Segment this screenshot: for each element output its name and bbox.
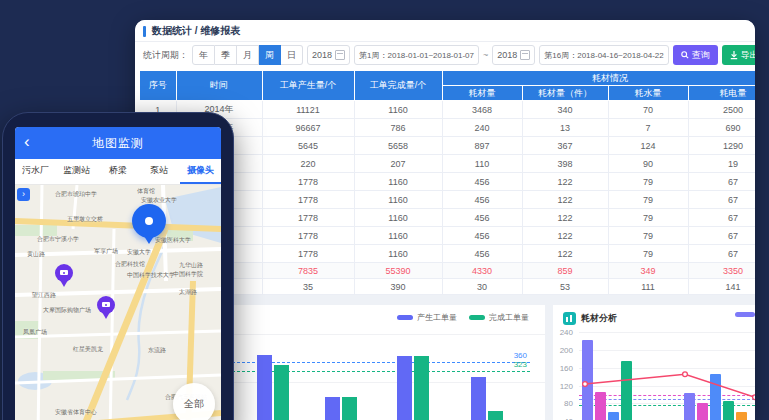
map-label: 九华山路 (179, 262, 203, 269)
end-year-picker[interactable]: 2018 (492, 45, 535, 65)
bar-完成工单量 (274, 365, 289, 420)
gridline (579, 368, 755, 369)
legend-item[interactable] (735, 312, 755, 317)
marker-part (102, 312, 110, 319)
analysis-chart-title: 耗材分析 (581, 312, 617, 325)
period-option-月[interactable]: 月 (237, 45, 259, 65)
screenshot-stage: 数据统计 / 维修报表 统计周期： 年季月周日 2018 第1周：2018-01… (0, 0, 769, 420)
table-cell: 70 (608, 101, 688, 119)
marker-part (105, 304, 107, 306)
reference-line-label: 360 (514, 352, 527, 360)
camera-marker[interactable] (55, 264, 73, 290)
map-view[interactable]: 合肥市琥珀中学体育馆安徽农业大学五里墩立交桥安徽医科大学合肥市宁溪小学军享广场安… (15, 185, 221, 420)
bar (723, 401, 734, 420)
bar-产生工单量 (471, 377, 486, 420)
bar (621, 361, 632, 420)
phone-tab-污水厂[interactable]: 污水厂 (15, 159, 56, 184)
map-label: 凤凰广场 (23, 329, 47, 336)
map-label: 中国科学院 (173, 271, 203, 278)
table-cell: 1778 (262, 191, 354, 209)
map-label: 安徽大学 (127, 249, 151, 256)
table-cell: 456 (442, 209, 522, 227)
table-cell: 5645 (262, 137, 354, 155)
table-cell: 1160 (354, 191, 442, 209)
map-label: 东流路 (148, 347, 166, 354)
table-cell: 96667 (262, 119, 354, 137)
table-cell: 79 (608, 227, 688, 245)
table-cell: 7835 (262, 263, 354, 279)
map-label: 军享广场 (94, 248, 118, 255)
table-cell: 456 (442, 227, 522, 245)
analysis-chart-legend (735, 312, 755, 317)
phone-mockup: ‹ 地图监测 污水厂监测站桥梁泵站摄像头 (2, 112, 234, 420)
table-cell: 690 (688, 119, 755, 137)
map-label: 安徽省体育中心 (55, 409, 97, 416)
camera-marker[interactable] (97, 296, 115, 322)
map-label: 黄山路 (27, 251, 45, 258)
table-cell: 5658 (354, 137, 442, 155)
table-cell: 1160 (354, 173, 442, 191)
table-cell: 122 (522, 227, 608, 245)
table-cell: 67 (688, 173, 755, 191)
export-excel-button[interactable]: 导出Excel (722, 45, 755, 65)
table-cell: 340 (522, 101, 608, 119)
phone-tab-桥梁[interactable]: 桥梁 (97, 159, 138, 184)
breadcrumb-bar: 数据统计 / 维修报表 (135, 20, 755, 42)
period-label: 统计周期： (143, 49, 188, 62)
table-cell: 1778 (262, 209, 354, 227)
start-week-picker[interactable]: 第1周：2018-01-01~2018-01-07 (354, 45, 479, 65)
breadcrumb-accent-bar (143, 26, 146, 37)
map-overlay: 合肥市琥珀中学体育馆安徽农业大学五里墩立交桥安徽医科大学合肥市宁溪小学军享广场安… (15, 185, 221, 420)
end-week-picker[interactable]: 第16周：2018-04-16~2018-04-22 (539, 45, 668, 65)
legend-item[interactable]: 产生工单量 (397, 312, 457, 323)
table-cell: 220 (262, 155, 354, 173)
table-cell: 786 (354, 119, 442, 137)
legend-item[interactable]: 完成工单量 (469, 312, 529, 323)
breadcrumb: 数据统计 / 维修报表 (152, 24, 240, 38)
table-cell: 3468 (442, 101, 522, 119)
table-cell: 67 (688, 209, 755, 227)
reference-line-label: 323 (514, 361, 527, 369)
gridline (579, 386, 755, 387)
table-cell: 110 (442, 155, 522, 173)
map-label: 合肥市琥珀中学 (55, 191, 97, 198)
table-cell: 1290 (688, 137, 755, 155)
table-cell: 1778 (262, 173, 354, 191)
table-row[interactable]: 12014年1112111603468340702500 (140, 101, 755, 119)
map-label: 体育馆 (137, 188, 155, 195)
table-cell: 53 (522, 279, 608, 295)
table-cell: 4330 (442, 263, 522, 279)
analysis-chart-panel: 耗材分析 2402001601208040 (553, 305, 755, 420)
all-filter-button[interactable]: 全部 (173, 383, 215, 420)
table-cell: 11121 (262, 101, 354, 119)
table-cell: 19 (688, 155, 755, 173)
export-excel-label: 导出Excel (741, 49, 755, 62)
calendar-icon (335, 50, 345, 60)
table-cell: 456 (442, 173, 522, 191)
bar (608, 412, 619, 420)
period-option-年[interactable]: 年 (192, 45, 215, 65)
table-cell: 349 (608, 263, 688, 279)
period-option-周[interactable]: 周 (259, 45, 281, 65)
query-button[interactable]: 查询 (673, 45, 718, 65)
table-cell: 367 (522, 137, 608, 155)
table-cell: 2500 (688, 101, 755, 119)
back-icon[interactable]: ‹ (24, 131, 30, 153)
period-option-日[interactable]: 日 (281, 45, 303, 65)
selected-camera-marker[interactable] (132, 204, 166, 238)
phone-tab-监测站[interactable]: 监测站 (56, 159, 97, 184)
map-label: 五里墩立交桥 (67, 216, 103, 223)
phone-tab-摄像头[interactable]: 摄像头 (180, 159, 221, 184)
analysis-chart-title-row: 耗材分析 (563, 312, 617, 325)
phone-tab-泵站[interactable]: 泵站 (139, 159, 180, 184)
bar (684, 393, 695, 420)
y-axis-tick: 240 (553, 328, 573, 337)
period-option-季[interactable]: 季 (215, 45, 237, 65)
table-cell: 67 (688, 191, 755, 209)
map-label: 红星美凯龙 (73, 346, 103, 353)
start-year-picker[interactable]: 2018 (307, 45, 350, 65)
map-label: 合肥科技馆 (115, 261, 145, 268)
table-cell: 122 (522, 191, 608, 209)
expand-panel-button[interactable]: › (17, 188, 30, 201)
bar-完成工单量 (342, 397, 357, 420)
